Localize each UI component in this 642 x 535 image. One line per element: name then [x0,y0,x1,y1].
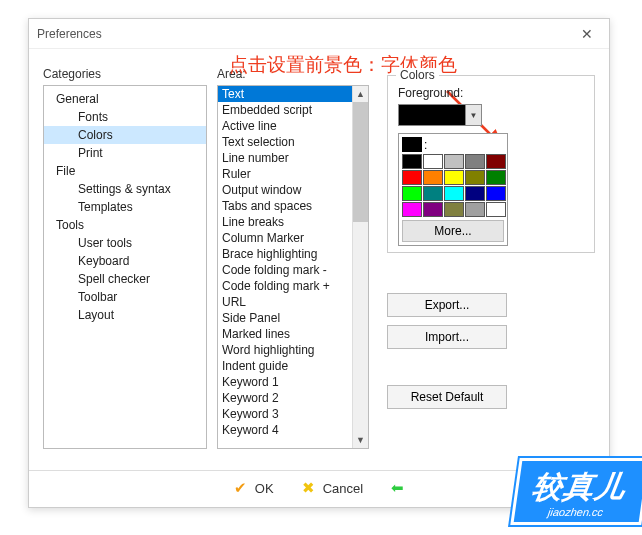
color-swatch[interactable] [423,186,443,201]
color-swatch[interactable] [486,154,506,169]
ok-button[interactable]: ✔OK [234,479,274,497]
x-icon: ✖ [302,479,315,497]
scroll-up-icon[interactable]: ▲ [353,86,368,102]
cancel-button[interactable]: ✖Cancel [302,479,363,497]
arrow-left-icon: ⬅ [391,479,404,497]
tree-child[interactable]: Templates [44,198,206,216]
color-swatch[interactable] [402,186,422,201]
tree-child[interactable]: Fonts [44,108,206,126]
swatch-auto[interactable] [402,137,422,152]
tree-child[interactable]: Print [44,144,206,162]
area-item[interactable]: Line number [218,150,352,166]
palette-separator: : [424,138,427,152]
color-swatch[interactable] [423,170,443,185]
scroll-thumb[interactable] [353,102,368,222]
area-listbox[interactable]: TextEmbedded scriptActive lineText selec… [217,85,369,449]
color-swatch[interactable] [465,170,485,185]
tree-child[interactable]: Layout [44,306,206,324]
tree-child[interactable]: Colors [44,126,206,144]
foreground-color-combo[interactable]: ▼ [398,104,482,126]
foreground-label: Foreground: [398,86,584,100]
color-swatch[interactable] [402,154,422,169]
area-scrollbar[interactable]: ▲ ▼ [352,86,368,448]
watermark: 较真儿 jiaozhen.cc [510,458,642,525]
area-item[interactable]: Indent guide [218,358,352,374]
area-item[interactable]: Keyword 4 [218,422,352,438]
preferences-dialog: Preferences ✕ 点击设置前景色：字体颜色 Categories Ge… [28,18,610,508]
tree-parent[interactable]: File [44,162,206,180]
color-swatch[interactable] [444,154,464,169]
dialog-title: Preferences [37,27,102,41]
color-palette: : More... [398,133,508,246]
color-swatch[interactable] [402,170,422,185]
import-button[interactable]: Import... [387,325,507,349]
area-item[interactable]: Text selection [218,134,352,150]
color-swatch[interactable] [423,154,443,169]
color-swatch[interactable] [465,154,485,169]
area-item[interactable]: Line breaks [218,214,352,230]
area-column: Area: TextEmbedded scriptActive lineText… [217,67,369,449]
more-colors-button[interactable]: More... [402,220,504,242]
color-swatch[interactable] [465,202,485,217]
tree-child[interactable]: Keyboard [44,252,206,270]
chevron-down-icon[interactable]: ▼ [465,105,481,125]
categories-tree[interactable]: GeneralFontsColorsPrintFileSettings & sy… [43,85,207,449]
area-item[interactable]: Text [218,86,352,102]
area-item[interactable]: Ruler [218,166,352,182]
color-swatch[interactable] [444,186,464,201]
back-button[interactable]: ⬅ [391,479,404,497]
tree-child[interactable]: Spell checker [44,270,206,288]
area-item[interactable]: URL [218,294,352,310]
area-item[interactable]: Keyword 1 [218,374,352,390]
area-item[interactable]: Marked lines [218,326,352,342]
colors-group-title: Colors [396,68,439,82]
tree-child[interactable]: Toolbar [44,288,206,306]
export-button[interactable]: Export... [387,293,507,317]
scroll-down-icon[interactable]: ▼ [353,432,368,448]
color-swatch[interactable] [486,186,506,201]
area-item[interactable]: Word highlighting [218,342,352,358]
color-swatch[interactable] [465,186,485,201]
color-swatch[interactable] [486,170,506,185]
watermark-main: 较真儿 [530,467,629,508]
area-item[interactable]: Embedded script [218,102,352,118]
color-swatch[interactable] [486,202,506,217]
color-swatch[interactable] [423,202,443,217]
check-icon: ✔ [234,479,247,497]
area-item[interactable]: Active line [218,118,352,134]
area-item[interactable]: Brace highlighting [218,246,352,262]
titlebar: Preferences ✕ [29,19,609,49]
close-icon[interactable]: ✕ [573,24,601,44]
area-item[interactable]: Side Panel [218,310,352,326]
area-item[interactable]: Tabs and spaces [218,198,352,214]
color-swatch[interactable] [402,202,422,217]
tree-child[interactable]: User tools [44,234,206,252]
reset-default-button[interactable]: Reset Default [387,385,507,409]
area-item[interactable]: Keyword 3 [218,406,352,422]
right-column: Colors Foreground: ▼ : More... Export...… [379,67,595,449]
area-item[interactable]: Keyword 2 [218,390,352,406]
categories-column: Categories GeneralFontsColorsPrintFileSe… [43,67,207,449]
categories-label: Categories [43,67,207,81]
area-item[interactable]: Column Marker [218,230,352,246]
tree-child[interactable]: Settings & syntax [44,180,206,198]
area-item[interactable]: Code folding mark - [218,262,352,278]
color-swatch[interactable] [444,202,464,217]
area-item[interactable]: Output window [218,182,352,198]
tree-parent[interactable]: General [44,90,206,108]
tree-parent[interactable]: Tools [44,216,206,234]
color-swatch[interactable] [444,170,464,185]
area-item[interactable]: Code folding mark + [218,278,352,294]
colors-group: Colors Foreground: ▼ : More... [387,75,595,253]
